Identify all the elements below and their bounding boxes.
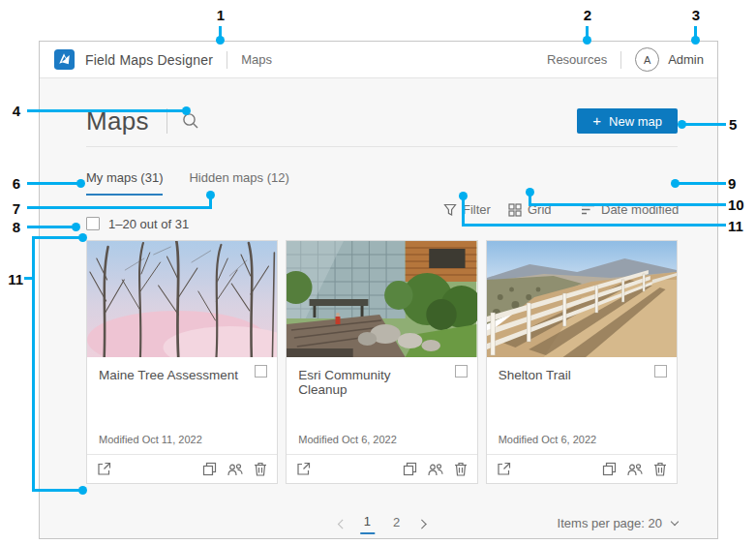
card-title[interactable]: Esri Community Cleanup xyxy=(298,368,465,397)
filter-funnel-icon xyxy=(443,203,457,217)
callout-number-5: 5 xyxy=(729,116,742,133)
pagination-row: 1 2 Items per page: 20 xyxy=(86,512,678,537)
chevron-down-icon xyxy=(671,518,679,526)
share-group-icon[interactable] xyxy=(428,463,443,476)
share-group-icon[interactable] xyxy=(227,463,243,476)
callout-line xyxy=(529,203,726,206)
callout-line xyxy=(682,123,726,126)
callout-number-10: 10 xyxy=(728,196,747,213)
callout-number-9: 9 xyxy=(728,175,745,192)
card-body: Esri Community Cleanup Modified Oct 6, 2… xyxy=(287,357,476,454)
delete-icon[interactable] xyxy=(454,462,468,476)
duplicate-icon[interactable] xyxy=(202,462,217,476)
callout-dot xyxy=(182,106,191,115)
callout-dot xyxy=(72,223,80,231)
tab-hidden-maps[interactable]: Hidden maps (12) xyxy=(189,170,288,196)
callout-number-4: 4 xyxy=(10,103,23,119)
callout-number-11: 11 xyxy=(4,271,23,287)
callout-number-3: 3 xyxy=(690,7,702,23)
callout-number-6: 6 xyxy=(10,175,23,192)
annotated-screenshot: Field Maps Designer Maps Resources A Adm… xyxy=(0,0,756,544)
callout-line xyxy=(27,182,79,185)
share-group-icon[interactable] xyxy=(627,463,643,476)
callout-number-1: 1 xyxy=(215,7,227,23)
field-maps-logo-icon xyxy=(53,48,76,71)
header-divider xyxy=(620,51,621,69)
callout-dot xyxy=(76,179,85,188)
callout-number-11: 11 xyxy=(728,218,747,234)
card-checkbox[interactable] xyxy=(255,365,267,378)
filter-button[interactable]: Filter xyxy=(443,202,491,217)
maps-list: Maine Tree Assessment Modified Oct 11, 2… xyxy=(86,240,678,484)
new-map-button[interactable]: + New map xyxy=(577,108,678,134)
callout-line xyxy=(27,206,212,209)
app-header: Field Maps Designer Maps Resources A Adm… xyxy=(40,42,717,78)
grid-icon xyxy=(508,203,522,217)
pager: 1 2 xyxy=(339,514,425,534)
open-map-icon[interactable] xyxy=(497,462,511,476)
card-footer xyxy=(287,454,476,483)
card-modified: Modified Oct 11, 2022 xyxy=(99,434,202,445)
thumbnail-campus-building[interactable] xyxy=(287,241,476,357)
callout-line xyxy=(32,236,82,239)
page-2[interactable]: 2 xyxy=(389,515,404,533)
callout-dot xyxy=(526,188,534,196)
map-card[interactable]: Esri Community Cleanup Modified Oct 6, 2… xyxy=(286,240,477,484)
card-checkbox[interactable] xyxy=(654,365,667,378)
card-title[interactable]: Maine Tree Assessment xyxy=(99,368,265,382)
username-label[interactable]: Admin xyxy=(668,52,704,67)
page-content: Maps + New map My maps (31) Hidden maps … xyxy=(40,104,717,537)
duplicate-icon[interactable] xyxy=(403,462,417,476)
thumbnail-winter-trees[interactable] xyxy=(87,241,277,357)
page-1[interactable]: 1 xyxy=(360,514,375,534)
app-title: Field Maps Designer xyxy=(85,52,213,68)
callout-dot xyxy=(678,120,686,129)
delete-icon[interactable] xyxy=(254,462,267,476)
callout-dot xyxy=(216,36,225,45)
callout-number-7: 7 xyxy=(10,200,23,217)
select-all-checkbox[interactable] xyxy=(86,217,100,230)
app-window: Field Maps Designer Maps Resources A Adm… xyxy=(39,41,718,539)
items-per-page[interactable]: Items per page: 20 xyxy=(558,516,678,530)
callout-number-8: 8 xyxy=(10,219,23,235)
new-map-label: New map xyxy=(609,114,662,129)
card-body: Maine Tree Assessment Modified Oct 11, 2… xyxy=(87,357,277,454)
card-body: Shelton Trail Modified Oct 6, 2022 xyxy=(487,357,677,454)
tab-my-maps[interactable]: My maps (31) xyxy=(86,170,163,196)
card-title[interactable]: Shelton Trail xyxy=(499,368,665,382)
nav-maps[interactable]: Maps xyxy=(241,52,272,67)
map-card[interactable]: Maine Tree Assessment Modified Oct 11, 2… xyxy=(86,240,278,484)
callout-line xyxy=(27,109,186,112)
duplicate-icon[interactable] xyxy=(602,462,617,476)
delete-icon[interactable] xyxy=(653,462,667,476)
callout-line xyxy=(27,226,75,228)
map-card[interactable]: Shelton Trail Modified Oct 6, 2022 xyxy=(486,240,678,484)
header-divider xyxy=(227,51,227,69)
callout-dot xyxy=(78,486,87,495)
thumbnail-trail-fence[interactable] xyxy=(487,241,677,357)
open-map-icon[interactable] xyxy=(296,462,311,476)
next-page-icon[interactable] xyxy=(417,520,427,529)
callout-number-2: 2 xyxy=(582,7,593,23)
callout-dot xyxy=(691,36,700,45)
plus-icon: + xyxy=(592,113,601,128)
tabs: My maps (31) Hidden maps (12) xyxy=(86,170,678,196)
callout-dot xyxy=(78,233,87,242)
resources-link[interactable]: Resources xyxy=(547,52,607,67)
callout-line xyxy=(462,224,726,227)
callout-dot xyxy=(583,36,591,45)
avatar[interactable]: A xyxy=(635,47,659,72)
range-label: 1–20 out of 31 xyxy=(108,217,189,231)
filter-label: Filter xyxy=(463,202,491,217)
callout-line xyxy=(32,489,82,492)
prev-page-icon[interactable] xyxy=(337,520,347,529)
callout-line xyxy=(676,182,726,185)
open-map-icon[interactable] xyxy=(97,462,111,476)
card-modified: Modified Oct 6, 2022 xyxy=(298,434,397,445)
callout-dot xyxy=(206,191,215,199)
card-footer xyxy=(487,454,677,483)
card-checkbox[interactable] xyxy=(455,365,468,378)
items-per-page-label: Items per page: 20 xyxy=(558,516,662,530)
callout-dot xyxy=(459,192,468,200)
callout-line xyxy=(32,236,35,492)
